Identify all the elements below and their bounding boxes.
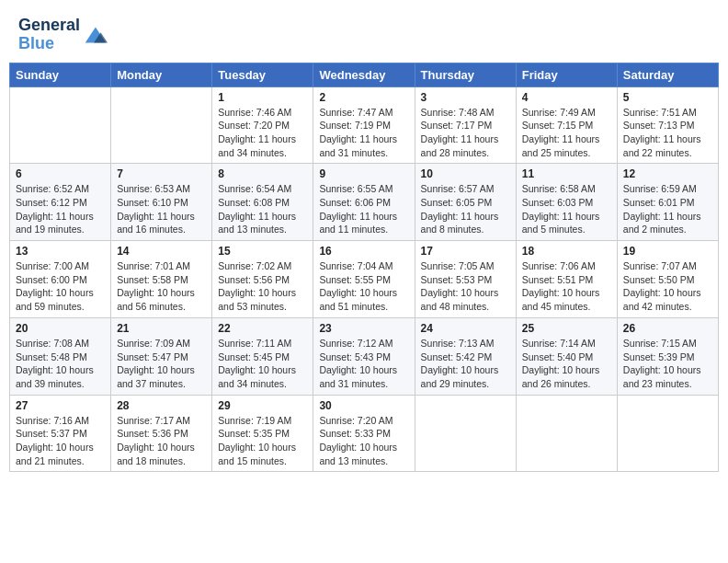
sunset-text: Sunset: 5:45 PM [218, 350, 307, 364]
calendar-week-4: 27Sunrise: 7:16 AMSunset: 5:37 PMDayligh… [10, 395, 719, 472]
calendar-cell: 30Sunrise: 7:20 AMSunset: 5:33 PMDayligh… [313, 395, 415, 472]
sunrise-text: Sunrise: 7:05 AM [421, 259, 510, 273]
sunrise-text: Sunrise: 6:52 AM [16, 182, 105, 196]
daylight-text: Daylight: 11 hours and 11 minutes. [319, 210, 408, 236]
calendar-cell: 23Sunrise: 7:12 AMSunset: 5:43 PMDayligh… [313, 317, 415, 395]
daylight-text: Daylight: 10 hours and 37 minutes. [117, 363, 206, 390]
calendar-cell: 10Sunrise: 6:57 AMSunset: 6:05 PMDayligh… [415, 164, 516, 241]
sunset-text: Sunset: 6:08 PM [218, 196, 307, 210]
calendar-cell [10, 86, 111, 164]
sunset-text: Sunset: 5:33 PM [319, 427, 408, 441]
calendar-week-0: 1Sunrise: 7:46 AMSunset: 7:20 PMDaylight… [10, 86, 719, 164]
calendar-cell: 12Sunrise: 6:59 AMSunset: 6:01 PMDayligh… [617, 164, 718, 241]
day-detail: Sunrise: 7:11 AMSunset: 5:45 PMDaylight:… [218, 337, 307, 391]
daylight-text: Daylight: 10 hours and 13 minutes. [319, 441, 408, 467]
sunrise-text: Sunrise: 6:57 AM [421, 182, 510, 196]
sunrise-text: Sunrise: 7:09 AM [117, 337, 206, 350]
day-number: 18 [522, 245, 611, 258]
day-detail: Sunrise: 7:16 AMSunset: 5:37 PMDaylight:… [16, 414, 105, 468]
daylight-text: Daylight: 10 hours and 29 minutes. [421, 363, 510, 390]
day-number: 2 [319, 91, 408, 104]
daylight-text: Daylight: 10 hours and 15 minutes. [218, 441, 307, 467]
calendar-table: SundayMondayTuesdayWednesdayThursdayFrid… [9, 63, 719, 473]
weekday-header-saturday: Saturday [617, 63, 718, 86]
weekday-header-friday: Friday [516, 63, 617, 86]
calendar-cell: 5Sunrise: 7:51 AMSunset: 7:13 PMDaylight… [617, 86, 718, 164]
calendar-cell: 16Sunrise: 7:04 AMSunset: 5:55 PMDayligh… [313, 241, 415, 318]
sunset-text: Sunset: 6:10 PM [117, 196, 206, 210]
day-number: 28 [117, 399, 206, 412]
calendar-cell: 15Sunrise: 7:02 AMSunset: 5:56 PMDayligh… [212, 241, 313, 318]
day-number: 29 [218, 399, 307, 412]
day-number: 19 [623, 245, 712, 258]
weekday-header-wednesday: Wednesday [313, 63, 415, 86]
calendar-cell: 1Sunrise: 7:46 AMSunset: 7:20 PMDaylight… [212, 86, 313, 164]
calendar-cell: 22Sunrise: 7:11 AMSunset: 5:45 PMDayligh… [212, 317, 313, 395]
day-detail: Sunrise: 7:12 AMSunset: 5:43 PMDaylight:… [319, 337, 408, 391]
day-number: 8 [218, 167, 307, 180]
sunrise-text: Sunrise: 7:11 AM [218, 337, 307, 350]
daylight-text: Daylight: 10 hours and 42 minutes. [623, 286, 712, 313]
daylight-text: Daylight: 11 hours and 19 minutes. [16, 210, 105, 236]
sunset-text: Sunset: 5:56 PM [218, 273, 307, 287]
day-number: 22 [218, 322, 307, 335]
sunset-text: Sunset: 5:35 PM [218, 427, 307, 441]
sunrise-text: Sunrise: 6:59 AM [623, 182, 712, 196]
day-number: 4 [522, 91, 611, 104]
sunset-text: Sunset: 6:12 PM [16, 196, 105, 210]
page-header: GeneralBlue [9, 9, 719, 59]
sunrise-text: Sunrise: 6:53 AM [117, 182, 206, 196]
calendar-cell: 17Sunrise: 7:05 AMSunset: 5:53 PMDayligh… [415, 241, 516, 318]
calendar-week-2: 13Sunrise: 7:00 AMSunset: 6:00 PMDayligh… [10, 241, 719, 318]
calendar-cell: 9Sunrise: 6:55 AMSunset: 6:06 PMDaylight… [313, 164, 415, 241]
day-detail: Sunrise: 7:14 AMSunset: 5:40 PMDaylight:… [522, 337, 611, 391]
day-detail: Sunrise: 7:04 AMSunset: 5:55 PMDaylight:… [319, 259, 408, 314]
daylight-text: Daylight: 10 hours and 18 minutes. [117, 441, 206, 467]
daylight-text: Daylight: 10 hours and 48 minutes. [421, 286, 510, 313]
day-detail: Sunrise: 7:06 AMSunset: 5:51 PMDaylight:… [522, 259, 611, 314]
day-detail: Sunrise: 6:55 AMSunset: 6:06 PMDaylight:… [319, 182, 408, 236]
day-detail: Sunrise: 6:57 AMSunset: 6:05 PMDaylight:… [421, 182, 510, 236]
calendar-cell: 2Sunrise: 7:47 AMSunset: 7:19 PMDaylight… [313, 86, 415, 164]
sunrise-text: Sunrise: 7:00 AM [16, 259, 105, 273]
calendar-cell: 18Sunrise: 7:06 AMSunset: 5:51 PMDayligh… [516, 241, 617, 318]
daylight-text: Daylight: 10 hours and 45 minutes. [522, 286, 611, 313]
sunrise-text: Sunrise: 7:14 AM [522, 337, 611, 350]
day-detail: Sunrise: 7:05 AMSunset: 5:53 PMDaylight:… [421, 259, 510, 314]
sunset-text: Sunset: 5:48 PM [16, 350, 105, 364]
day-number: 23 [319, 322, 408, 335]
calendar-week-3: 20Sunrise: 7:08 AMSunset: 5:48 PMDayligh… [10, 317, 719, 395]
daylight-text: Daylight: 11 hours and 25 minutes. [522, 132, 611, 159]
weekday-header-monday: Monday [111, 63, 212, 86]
sunrise-text: Sunrise: 7:04 AM [319, 259, 408, 273]
calendar-cell: 7Sunrise: 6:53 AMSunset: 6:10 PMDaylight… [111, 164, 212, 241]
calendar-cell: 21Sunrise: 7:09 AMSunset: 5:47 PMDayligh… [111, 317, 212, 395]
logo: GeneralBlue [18, 17, 108, 53]
sunrise-text: Sunrise: 7:46 AM [218, 106, 307, 120]
day-number: 25 [522, 322, 611, 335]
sunrise-text: Sunrise: 7:49 AM [522, 106, 611, 120]
sunrise-text: Sunrise: 7:47 AM [319, 106, 408, 120]
calendar-cell: 4Sunrise: 7:49 AMSunset: 7:15 PMDaylight… [516, 86, 617, 164]
daylight-text: Daylight: 11 hours and 16 minutes. [117, 210, 206, 236]
calendar-cell: 24Sunrise: 7:13 AMSunset: 5:42 PMDayligh… [415, 317, 516, 395]
day-detail: Sunrise: 7:07 AMSunset: 5:50 PMDaylight:… [623, 259, 712, 314]
day-number: 24 [421, 322, 510, 335]
calendar-header: SundayMondayTuesdayWednesdayThursdayFrid… [10, 63, 719, 86]
day-number: 3 [421, 91, 510, 104]
sunset-text: Sunset: 5:53 PM [421, 273, 510, 287]
calendar-week-1: 6Sunrise: 6:52 AMSunset: 6:12 PMDaylight… [10, 164, 719, 241]
sunset-text: Sunset: 5:39 PM [623, 350, 712, 364]
calendar-cell: 11Sunrise: 6:58 AMSunset: 6:03 PMDayligh… [516, 164, 617, 241]
day-detail: Sunrise: 7:46 AMSunset: 7:20 PMDaylight:… [218, 106, 307, 160]
day-number: 6 [16, 167, 105, 180]
day-detail: Sunrise: 6:52 AMSunset: 6:12 PMDaylight:… [16, 182, 105, 236]
day-detail: Sunrise: 6:59 AMSunset: 6:01 PMDaylight:… [623, 182, 712, 236]
day-number: 30 [319, 399, 408, 412]
calendar-body: 1Sunrise: 7:46 AMSunset: 7:20 PMDaylight… [10, 86, 719, 472]
day-number: 15 [218, 245, 307, 258]
daylight-text: Daylight: 10 hours and 56 minutes. [117, 286, 206, 313]
sunrise-text: Sunrise: 7:02 AM [218, 259, 307, 273]
sunset-text: Sunset: 5:51 PM [522, 273, 611, 287]
day-number: 12 [623, 167, 712, 180]
